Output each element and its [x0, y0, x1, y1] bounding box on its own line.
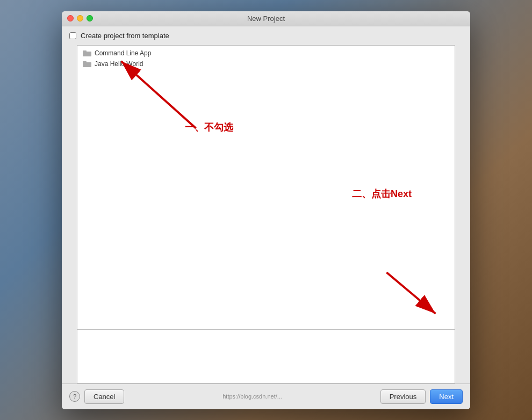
template-list: Command Line App Java Hello World: [77, 46, 455, 71]
arrows-overlay: [77, 46, 455, 329]
bottom-center-url: https://blog.csdn.net/...: [222, 393, 282, 400]
list-item-label-1: Command Line App: [95, 49, 151, 57]
folder-icon-1: [83, 50, 91, 56]
next-button[interactable]: Next: [430, 389, 463, 404]
cancel-button[interactable]: Cancel: [84, 389, 124, 404]
template-content-area: Command Line App Java Hello World: [77, 45, 455, 330]
list-item-command-line-app[interactable]: Command Line App: [77, 48, 455, 59]
create-from-template-label[interactable]: Create project from template: [81, 32, 169, 40]
maximize-button[interactable]: [87, 15, 93, 21]
minimize-button[interactable]: [77, 15, 83, 21]
description-area: [77, 330, 455, 383]
create-from-template-checkbox[interactable]: [69, 32, 76, 39]
close-button[interactable]: [67, 15, 74, 21]
dialog-body: Create project from template Command Lin…: [62, 26, 470, 409]
bottom-bar: ? Cancel https://blog.csdn.net/... Previ…: [62, 383, 470, 409]
annotation-two: 二、点击Next: [352, 187, 412, 200]
new-project-dialog: New Project Create project from template: [62, 11, 470, 409]
annotation-one: 一、不勾选: [185, 121, 233, 134]
bottom-left: ? Cancel: [69, 389, 124, 404]
url-text: https://blog.csdn.net/...: [222, 393, 282, 400]
window-title: New Project: [247, 15, 285, 23]
bottom-right: Previous Next: [380, 389, 463, 404]
svg-rect-3: [83, 61, 87, 63]
svg-rect-1: [83, 50, 87, 52]
title-bar-buttons: [67, 15, 93, 21]
checkbox-row: Create project from template: [62, 26, 470, 45]
svg-rect-2: [83, 62, 91, 67]
title-bar: New Project: [62, 11, 470, 26]
help-button[interactable]: ?: [69, 391, 80, 402]
folder-icon-2: [83, 61, 91, 67]
list-item-java-hello-world[interactable]: Java Hello World: [77, 59, 455, 69]
svg-rect-0: [83, 52, 91, 56]
previous-button[interactable]: Previous: [380, 389, 426, 404]
svg-line-7: [386, 272, 435, 314]
list-item-label-2: Java Hello World: [95, 60, 143, 68]
